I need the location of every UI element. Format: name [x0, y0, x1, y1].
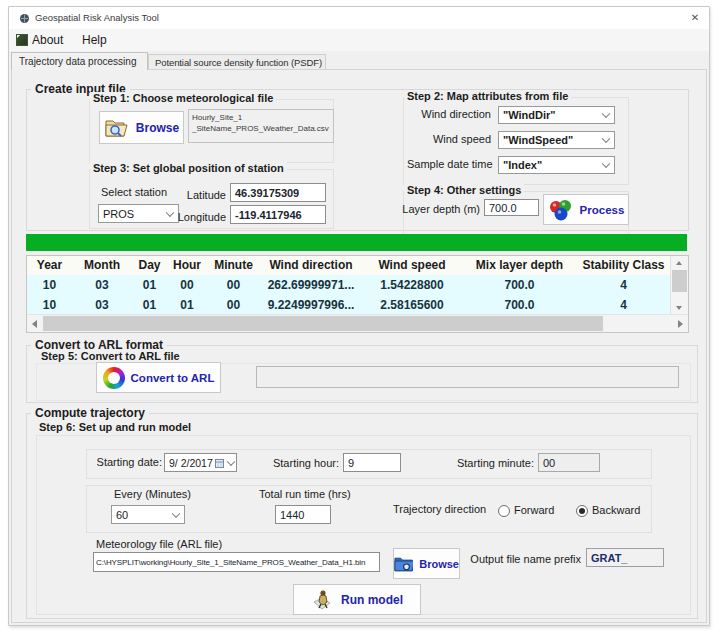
chevron-down-icon [227, 457, 235, 465]
file-name-line1: Hourly_Site_1 [192, 112, 330, 123]
browse-meteorological-file-button[interactable]: Browse [99, 111, 184, 144]
table-horizontal-scrollbar[interactable] [27, 314, 688, 332]
sample-date-time-dropdown[interactable]: "Index" [498, 156, 615, 174]
table-cell: 1.54228800 [362, 275, 462, 295]
every-minutes-dropdown[interactable]: 60 [111, 505, 185, 524]
step5-title: Step 5: Convert to ARL file [41, 350, 180, 362]
run-model-button[interactable]: Run model [293, 584, 421, 615]
table-header-month: Month [72, 256, 132, 275]
chevron-down-icon [172, 509, 180, 517]
calendar-icon [215, 459, 224, 468]
table-cell: 10 [27, 275, 72, 295]
wind-direction-value: "WindDir" [503, 109, 556, 121]
latitude-field[interactable]: 46.39175309 [230, 183, 326, 202]
table-cell: 10 [27, 295, 72, 315]
run-model-button-label: Run model [341, 593, 403, 607]
folder-search-icon [104, 117, 130, 139]
table-cell: 03 [72, 275, 132, 295]
layer-depth-label: Layer depth (m) [389, 203, 480, 215]
step6-title: Step 6: Set up and run model [39, 421, 191, 433]
table-row[interactable]: 10030101009.2249997996...2.58165600700.0… [27, 295, 688, 315]
total-run-time-value: 1440 [280, 509, 304, 521]
app-icon [19, 13, 30, 24]
convert-progress-bar [256, 366, 679, 388]
file-name-line2: _SiteName_PROS_Weather_Data.csv [192, 123, 330, 134]
total-run-time-field[interactable]: 1440 [275, 505, 331, 524]
forward-radio[interactable] [498, 505, 510, 517]
chevron-down-icon [602, 110, 610, 118]
step4-title: Step 4: Other settings [404, 184, 524, 196]
folder-blue-icon [394, 555, 413, 572]
browse-arl-button-label: Browse [419, 558, 459, 570]
scroll-up-icon[interactable] [676, 261, 682, 265]
wind-direction-dropdown[interactable]: "WindDir" [498, 106, 615, 124]
forward-radio-label: Forward [514, 504, 554, 516]
longitude-field[interactable]: -119.4117946 [230, 205, 326, 224]
starting-date-value: 9/ 2/2017 [169, 457, 213, 469]
table-header-day: Day [132, 256, 167, 275]
meteorology-file-label: Meteorology file (ARL file) [96, 538, 222, 550]
table-cell: 01 [132, 275, 167, 295]
every-minutes-value: 60 [116, 509, 128, 521]
sample-date-time-value: "Index" [503, 159, 542, 171]
radio-selected-dot [579, 508, 585, 514]
meteorology-file-field[interactable]: C:\HYSPLIT\working\Hourly_Site_1_SiteNam… [93, 552, 380, 572]
table-vertical-scrollbar[interactable] [670, 256, 688, 315]
convert-to-arl-button[interactable]: Convert to ARL [96, 362, 221, 393]
table-cell: 4 [577, 275, 670, 295]
weather-data-table: YearMonthDayHourMinuteWind directionWind… [26, 255, 689, 333]
table-header-wind-speed: Wind speed [362, 256, 462, 275]
layer-depth-value: 700.0 [489, 202, 517, 214]
convert-arl-icon [103, 367, 125, 389]
table-cell: 00 [167, 275, 207, 295]
table-cell: 00 [207, 295, 260, 315]
total-run-time-label: Total run time (hrs) [259, 488, 351, 500]
starting-minute-field[interactable]: 00 [538, 453, 600, 472]
step2-title: Step 2: Map attributes from file [404, 90, 571, 102]
table-cell: 01 [132, 295, 167, 315]
starting-date-picker[interactable]: 9/ 2/2017 [164, 453, 237, 472]
process-progress-bar [26, 234, 687, 251]
tab-psdf[interactable]: Potential source density function (PSDF) [148, 54, 326, 70]
table-header-year: Year [27, 256, 72, 275]
process-button[interactable]: Process [543, 194, 629, 225]
select-station-label: Select station [101, 186, 167, 198]
table-header-wind-direction: Wind direction [260, 256, 362, 275]
vertical-scroll-thumb[interactable] [672, 270, 687, 292]
table-cell: 700.0 [462, 295, 577, 315]
starting-hour-field[interactable]: 9 [343, 453, 401, 472]
wind-speed-label: Wind speed [407, 133, 491, 145]
browse-arl-file-button[interactable]: Browse [393, 548, 460, 579]
meteorology-file-value: C:\HYSPLIT\working\Hourly_Site_1_SiteNam… [96, 558, 365, 567]
menu-help[interactable]: Help [82, 29, 107, 51]
page: Geospatial Risk Analysis Tool ✕ About He… [0, 0, 720, 635]
table-cell: 262.69999971... [260, 275, 362, 295]
table-header-stability-class: Stability Class [577, 256, 670, 275]
select-station-value: PROS [103, 208, 134, 220]
backward-radio[interactable] [576, 505, 588, 517]
process-icon [548, 197, 574, 223]
wind-direction-label: Wind direction [407, 108, 491, 120]
about-icon [16, 34, 28, 46]
table-cell: 4 [577, 295, 670, 315]
starting-hour-label: Starting hour: [261, 457, 339, 469]
wind-speed-dropdown[interactable]: "WindSpeed" [498, 131, 615, 149]
tab-trajectory-data-processing[interactable]: Trajectory data processing [11, 52, 148, 70]
close-button[interactable]: ✕ [687, 7, 703, 29]
scroll-down-icon[interactable] [676, 306, 682, 310]
run-model-icon [311, 588, 335, 612]
table-cell: 01 [167, 295, 207, 315]
layer-depth-field[interactable]: 700.0 [484, 199, 539, 216]
scroll-right-icon[interactable] [678, 320, 683, 328]
title-bar: Geospatial Risk Analysis Tool ✕ [9, 7, 709, 29]
table-row[interactable]: 1003010000262.69999971...1.54228800700.0… [27, 275, 688, 295]
chevron-down-icon [602, 160, 610, 168]
scroll-left-icon[interactable] [32, 320, 37, 328]
sample-date-time-label: Sample date time [407, 158, 491, 170]
backward-radio-label: Backward [592, 504, 640, 516]
step3-title: Step 3: Set global position of station [90, 162, 287, 174]
menu-about[interactable]: About [32, 29, 63, 51]
horizontal-scroll-thumb[interactable] [43, 316, 603, 331]
wind-speed-value: "WindSpeed" [503, 134, 573, 146]
output-prefix-field[interactable]: GRAT_ [586, 548, 664, 567]
